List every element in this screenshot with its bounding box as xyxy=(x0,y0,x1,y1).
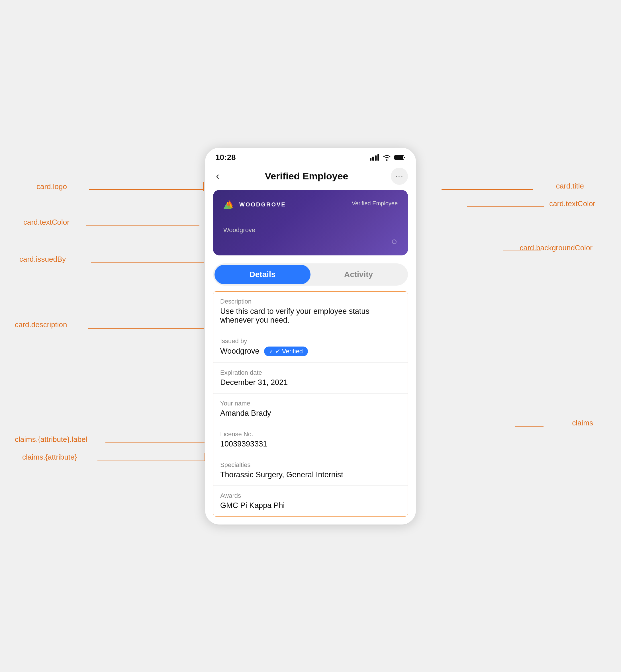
page-wrapper: card.logo card.title card.textColor card… xyxy=(0,0,621,672)
annotation-card-text-color: card.textColor xyxy=(549,199,595,208)
description-value: Use this card to verify your employee st… xyxy=(220,307,401,325)
credential-card: WOODGROVE Verified Employee Woodgrove xyxy=(213,190,408,256)
license-value: 10039393331 xyxy=(220,440,401,448)
more-button[interactable]: ··· xyxy=(391,168,408,185)
detail-row-description: Description Use this card to verify your… xyxy=(213,292,408,331)
page-title: Verified Employee xyxy=(265,171,348,182)
detail-row-license: License No. 10039393331 xyxy=(213,424,408,455)
verified-label: ✓ Verified xyxy=(275,348,303,355)
expiration-label: Expiration date xyxy=(220,369,401,376)
annotation-card-title: card.title xyxy=(556,182,584,190)
status-bar: 10:28 xyxy=(205,148,416,165)
tab-details[interactable]: Details xyxy=(214,265,310,284)
your-name-label: Your name xyxy=(220,400,401,407)
specialties-value: Thorassic Surgery, General Internist xyxy=(220,471,401,479)
back-button[interactable]: ‹ xyxy=(213,170,222,182)
awards-value: GMC Pi Kappa Phi xyxy=(220,501,401,510)
license-label: License No. xyxy=(220,431,401,438)
verified-badge: ✓ ✓ Verified xyxy=(264,347,308,356)
verified-check-icon: ✓ xyxy=(269,348,274,355)
issued-by-label: Issued by xyxy=(220,338,401,345)
status-icons xyxy=(370,154,406,161)
svg-rect-0 xyxy=(370,158,371,161)
signal-icon xyxy=(370,154,379,161)
nav-header: ‹ Verified Employee ··· xyxy=(205,165,416,190)
card-title: Verified Employee xyxy=(352,200,398,207)
card-top: WOODGROVE Verified Employee xyxy=(223,200,398,209)
detail-row-issued-by: Issued by Woodgrove ✓ ✓ Verified xyxy=(213,331,408,363)
svg-rect-1 xyxy=(372,156,374,161)
detail-row-name: Your name Amanda Brady xyxy=(213,394,408,424)
annotation-card-logo: card.logo xyxy=(37,182,67,191)
tabs-container: Details Activity xyxy=(213,263,408,285)
card-issuer: Woodgrove xyxy=(223,226,255,234)
card-logo-area: WOODGROVE xyxy=(223,200,286,209)
awards-label: Awards xyxy=(220,492,401,499)
card-logo-text: WOODGROVE xyxy=(239,201,286,208)
your-name-value: Amanda Brady xyxy=(220,409,401,418)
annotation-card-bg-color: card.backgroundColor xyxy=(520,243,592,252)
detail-row-specialties: Specialties Thorassic Surgery, General I… xyxy=(213,455,408,486)
annotation-card-description: card.description xyxy=(15,320,67,329)
svg-point-4 xyxy=(386,159,388,161)
annotation-card-issued-by: card.issuedBy xyxy=(19,255,66,264)
phone-frame: 10:28 xyxy=(205,148,416,525)
detail-row-awards: Awards GMC Pi Kappa Phi xyxy=(213,486,408,516)
svg-rect-2 xyxy=(375,155,377,161)
detail-row-expiration: Expiration date December 31, 2021 xyxy=(213,363,408,394)
description-label: Description xyxy=(220,298,401,305)
wifi-icon xyxy=(382,154,391,161)
issued-by-value: Woodgrove xyxy=(220,347,259,356)
tab-activity[interactable]: Activity xyxy=(310,265,407,284)
svg-rect-6 xyxy=(395,156,403,159)
details-panel: Description Use this card to verify your… xyxy=(213,291,408,517)
issued-by-value-row: Woodgrove ✓ ✓ Verified xyxy=(220,347,401,356)
specialties-label: Specialties xyxy=(220,461,401,469)
expiration-value: December 31, 2021 xyxy=(220,378,401,387)
annotation-claims-label: claims.{attribute}.label xyxy=(15,435,87,444)
annotation-card-text-color-left: card.textColor xyxy=(24,218,70,227)
annotation-claims-attribute: claims.{attribute} xyxy=(22,453,77,461)
status-time: 10:28 xyxy=(215,153,236,162)
card-bottom: Woodgrove xyxy=(223,226,398,234)
battery-icon xyxy=(394,154,406,160)
woodgrove-logo-svg xyxy=(223,200,236,209)
card-dot-decoration xyxy=(392,239,397,244)
annotation-claims: claims xyxy=(572,418,593,428)
svg-rect-3 xyxy=(377,154,379,161)
